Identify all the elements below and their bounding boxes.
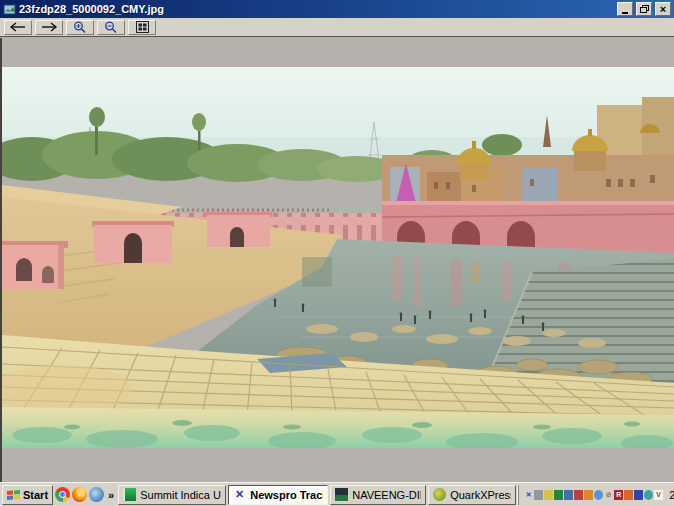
windows-logo-icon xyxy=(7,489,20,501)
zoom-out-button[interactable] xyxy=(97,20,125,35)
tray-orange-app-icon[interactable] xyxy=(624,490,633,500)
task-summit-indica[interactable]: Summit Indica Unicode xyxy=(118,485,226,505)
task-label: Newspro Track 4.5 xyxy=(250,489,323,501)
close-icon: × xyxy=(660,4,666,15)
task-label: Summit Indica Unicode xyxy=(140,489,221,501)
arrow-right-icon xyxy=(40,22,58,32)
tray-newspro-icon[interactable]: ✕ xyxy=(524,490,533,500)
tray-yellow-tool-icon[interactable] xyxy=(544,490,553,500)
close-button[interactable]: × xyxy=(655,2,671,16)
tray-teal-app-icon[interactable] xyxy=(644,490,653,500)
window-title: 23fzdp28_5000092_CMY.jpg xyxy=(19,3,614,15)
minimize-icon xyxy=(622,12,628,14)
tray-glyph: V xyxy=(656,491,661,498)
restore-button[interactable] xyxy=(636,2,652,16)
viewer-canvas xyxy=(0,38,674,482)
quicklaunch-overflow-chevron[interactable]: » xyxy=(106,489,116,501)
minimize-button[interactable] xyxy=(617,2,633,16)
start-button[interactable]: Start xyxy=(2,485,53,505)
task-label: QuarkXPress (R) - [A... xyxy=(450,489,511,501)
tray-glyph: ⊘ xyxy=(606,491,612,498)
zoom-in-button[interactable] xyxy=(66,20,94,35)
quarkxpress-icon xyxy=(433,488,446,501)
tiles-icon xyxy=(136,21,149,33)
newspro-icon: ✕ xyxy=(233,488,246,501)
start-label: Start xyxy=(23,489,48,501)
tray-language-indicator-icon[interactable]: V xyxy=(654,490,663,500)
tray-red-agent-icon[interactable] xyxy=(574,490,583,500)
river-ghat-photo xyxy=(2,67,674,448)
window-icon xyxy=(3,3,16,16)
titlebar[interactable]: 23fzdp28_5000092_CMY.jpg × xyxy=(0,0,674,18)
task-label: NAVEENG-DILIP xyxy=(352,489,421,501)
task-naveeng-dilip[interactable]: NAVEENG-DILIP xyxy=(330,485,426,505)
tray-messenger-icon[interactable] xyxy=(594,490,603,500)
tray-red-app-icon[interactable]: R xyxy=(614,490,623,500)
chrome-icon[interactable] xyxy=(55,487,70,502)
tile-view-button[interactable] xyxy=(128,20,156,35)
back-button[interactable] xyxy=(4,20,32,35)
task-newspro-track[interactable]: ✕ Newspro Track 4.5 xyxy=(228,485,328,505)
tray-keyboard-layout-icon[interactable] xyxy=(534,490,543,500)
magnifier-minus-icon xyxy=(104,21,118,34)
taskbar: Start » Summit Indica Unicode ✕ Newspro … xyxy=(0,482,674,506)
task-quarkxpress[interactable]: QuarkXPress (R) - [A... xyxy=(428,485,516,505)
viewer-toolbar xyxy=(0,18,674,37)
taskbar-clock[interactable]: 22:44 xyxy=(664,489,674,501)
tray-volume-icon[interactable] xyxy=(584,490,593,500)
tray-glyph: ✕ xyxy=(526,491,532,498)
forward-button[interactable] xyxy=(35,20,63,35)
magnifier-plus-icon xyxy=(73,21,87,34)
browser-icon[interactable] xyxy=(89,487,104,502)
tray-display-settings-icon[interactable] xyxy=(564,490,573,500)
tray-blue-app-icon[interactable] xyxy=(634,490,643,500)
image-viewer-window: 23fzdp28_5000092_CMY.jpg × xyxy=(0,0,674,506)
naveeng-icon xyxy=(335,488,348,501)
system-tray: ✕ ⊘ R V 22:44 xyxy=(518,485,674,505)
tray-disabled-status-icon[interactable]: ⊘ xyxy=(604,490,613,500)
firefox-icon[interactable] xyxy=(72,487,87,502)
tray-green-utility-icon[interactable] xyxy=(554,490,563,500)
summit-indica-icon xyxy=(123,488,136,501)
arrow-left-icon xyxy=(9,22,27,32)
restore-icon xyxy=(640,5,649,13)
tray-glyph: R xyxy=(616,491,621,498)
